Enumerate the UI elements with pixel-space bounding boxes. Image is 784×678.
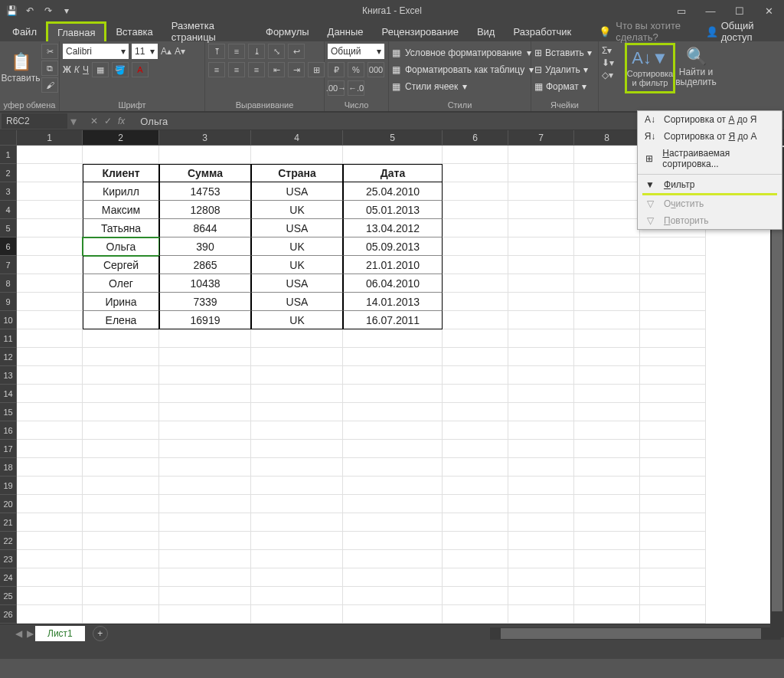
cell[interactable]: [443, 440, 508, 458]
cell[interactable]: [443, 164, 508, 182]
cell[interactable]: [443, 568, 508, 587]
col-header[interactable]: 2: [83, 130, 159, 146]
cell[interactable]: [640, 550, 706, 568]
cell[interactable]: [159, 403, 251, 421]
font-size-select[interactable]: 11▾: [132, 44, 158, 59]
cell[interactable]: [574, 311, 640, 329]
sort-filter-button[interactable]: A↓▼ Сортировка и фильтр: [625, 43, 675, 93]
fill-icon[interactable]: ⬇▾: [602, 57, 614, 68]
tab-formulas[interactable]: Формулы: [256, 23, 318, 41]
cell[interactable]: [83, 385, 159, 403]
cell[interactable]: [17, 293, 83, 311]
cell[interactable]: [343, 421, 443, 440]
name-box[interactable]: R6C2: [2, 113, 67, 129]
undo-icon[interactable]: ↶: [23, 4, 37, 18]
cell[interactable]: 390: [159, 237, 251, 256]
row-header[interactable]: 15: [0, 403, 17, 421]
cell[interactable]: [83, 348, 159, 366]
cell[interactable]: 05.09.2013: [343, 237, 443, 256]
cell[interactable]: [251, 421, 343, 440]
cell[interactable]: [640, 605, 706, 624]
cell[interactable]: [83, 458, 159, 477]
cell[interactable]: 2865: [159, 256, 251, 274]
custom-sort-item[interactable]: ⊞Настраиваемая сортировка...: [638, 145, 782, 172]
align-bottom-icon[interactable]: ⤓: [248, 44, 265, 59]
cell[interactable]: Дата: [343, 164, 443, 182]
row-header[interactable]: 9: [0, 293, 17, 311]
maximize-icon[interactable]: ☐: [732, 3, 747, 18]
fill-color-icon[interactable]: 🪣: [112, 62, 129, 77]
cell[interactable]: [443, 182, 508, 201]
cell[interactable]: UK: [251, 237, 343, 256]
cell[interactable]: [343, 146, 443, 164]
cell[interactable]: 12808: [159, 201, 251, 219]
cell[interactable]: [640, 495, 706, 513]
cell[interactable]: [640, 256, 706, 274]
cell[interactable]: [640, 329, 706, 348]
cell[interactable]: [251, 329, 343, 348]
find-select-button[interactable]: 🔍 Найти и выделить: [678, 43, 714, 92]
cell[interactable]: [343, 513, 443, 532]
cell[interactable]: [443, 366, 508, 385]
cell[interactable]: [83, 403, 159, 421]
cell[interactable]: 7339: [159, 293, 251, 311]
cell[interactable]: Олег: [83, 274, 159, 293]
cell[interactable]: [443, 513, 508, 532]
qat-more-icon[interactable]: ▾: [60, 4, 74, 18]
sheet-prev-icon[interactable]: ◀: [15, 628, 22, 639]
percent-icon[interactable]: %: [348, 62, 364, 77]
cell[interactable]: [159, 348, 251, 366]
cell[interactable]: [574, 329, 640, 348]
cell[interactable]: [17, 550, 83, 568]
cell[interactable]: [574, 477, 640, 495]
select-all-corner[interactable]: [0, 130, 17, 146]
cell[interactable]: [574, 256, 640, 274]
cell[interactable]: [83, 550, 159, 568]
cell[interactable]: 14.01.2013: [343, 293, 443, 311]
cell[interactable]: [574, 366, 640, 385]
comma-icon[interactable]: 000: [368, 62, 384, 77]
cell[interactable]: [17, 348, 83, 366]
cell[interactable]: [443, 421, 508, 440]
close-icon[interactable]: ✕: [761, 3, 776, 18]
cell[interactable]: [574, 274, 640, 293]
cell[interactable]: [17, 237, 83, 256]
cell[interactable]: [574, 237, 640, 256]
row-header[interactable]: 21: [0, 513, 17, 532]
cell[interactable]: [508, 385, 574, 403]
col-header[interactable]: 1: [17, 130, 83, 146]
cell[interactable]: [443, 274, 508, 293]
filter-item[interactable]: ▼Фильтр: [638, 176, 782, 193]
cell[interactable]: [640, 532, 706, 550]
cell[interactable]: [17, 513, 83, 532]
cell[interactable]: UK: [251, 201, 343, 219]
increase-indent-icon[interactable]: ⇥: [288, 62, 305, 77]
cell[interactable]: [508, 477, 574, 495]
cell[interactable]: [17, 164, 83, 182]
clear-icon[interactable]: ◇▾: [602, 70, 613, 80]
row-header[interactable]: 19: [0, 477, 17, 495]
cell[interactable]: [159, 550, 251, 568]
row-header[interactable]: 11: [0, 329, 17, 348]
cell[interactable]: [443, 532, 508, 550]
cut-icon[interactable]: ✂: [41, 44, 58, 59]
italic-icon[interactable]: К: [74, 64, 80, 75]
row-header[interactable]: 20: [0, 495, 17, 513]
font-color-icon[interactable]: A: [132, 62, 149, 77]
cell[interactable]: [508, 568, 574, 587]
cell[interactable]: [251, 366, 343, 385]
cell[interactable]: [443, 329, 508, 348]
cell[interactable]: 25.04.2010: [343, 182, 443, 201]
cell[interactable]: 05.01.2013: [343, 201, 443, 219]
cell[interactable]: Кирилл: [83, 182, 159, 201]
sort-za-item[interactable]: Я↓Сортировка от Я до А: [638, 128, 782, 145]
cell[interactable]: [83, 605, 159, 624]
col-header[interactable]: 7: [508, 130, 574, 146]
cell[interactable]: [443, 605, 508, 624]
cell[interactable]: [508, 201, 574, 219]
share-button[interactable]: 👤 Общий доступ: [706, 20, 784, 43]
cell[interactable]: [443, 477, 508, 495]
cell[interactable]: [508, 421, 574, 440]
tab-file[interactable]: Файл: [3, 23, 46, 41]
row-header[interactable]: 1: [0, 146, 17, 164]
